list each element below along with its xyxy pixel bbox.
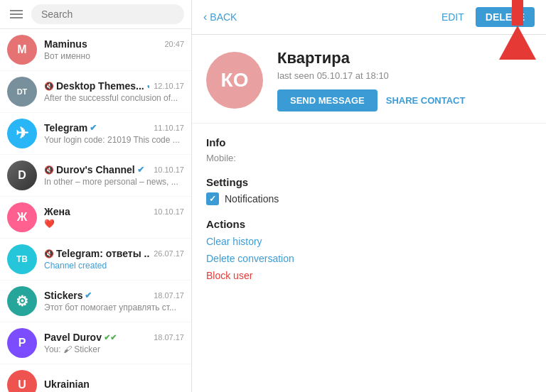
info-section-title: Info — [206, 136, 532, 148]
list-item[interactable]: ТВ 🔇 Telegram: ответы ... 26.07.17 Chann… — [0, 239, 191, 281]
verified-icon: ✔ — [137, 165, 144, 175]
avatar: U — [7, 370, 37, 392]
contact-details: Info Mobile: Settings ✓ Notifications Ac… — [192, 124, 546, 392]
top-bar — [0, 0, 191, 29]
verified-icon: ✔ — [85, 290, 92, 300]
chat-preview: Your login code: 21019 This code ... — [44, 135, 184, 145]
verified-icon: ✔ — [90, 123, 97, 133]
back-label: BACK — [210, 11, 237, 23]
chat-preview: Вот именно — [44, 51, 184, 61]
chat-preview: In other – more personal – news, ... — [44, 177, 184, 187]
chat-name: 🔇 Telegram: ответы ... — [44, 248, 149, 259]
header-actions: EDIT DELETE — [441, 7, 535, 27]
right-header: ‹ BACK EDIT DELETE — [192, 0, 546, 35]
chat-time: 26.07.17 — [154, 249, 184, 258]
chat-time: 12.10.17 — [154, 82, 184, 90]
chat-content: Stickers ✔ 18.07.17 Этот бот помогает уп… — [44, 290, 184, 312]
avatar: D — [7, 160, 37, 190]
chat-preview: You: 🖌 Sticker — [44, 344, 184, 354]
chat-time: 18.07.17 — [154, 333, 184, 342]
contact-status: last seen 05.10.17 at 18:10 — [277, 70, 532, 81]
actions-section-title: Actions — [206, 218, 532, 230]
hamburger-menu[interactable] — [7, 7, 26, 21]
avatar: ✈ — [7, 119, 37, 148]
settings-section-title: Settings — [206, 176, 532, 188]
contact-avatar: КО — [206, 52, 263, 109]
mobile-label: Mobile: — [206, 153, 236, 163]
share-contact-button[interactable]: SHARE CONTACT — [386, 89, 466, 111]
chat-time: 11.10.17 — [154, 124, 184, 132]
check-icon: ✓ — [209, 194, 216, 204]
list-item[interactable]: Ж Жена 10.10.17 ❤️ — [0, 197, 191, 239]
chat-content: Ukrainian — [44, 379, 184, 391]
chat-name: Ukrainian — [44, 379, 90, 390]
back-arrow-icon: ‹ — [203, 11, 207, 23]
chat-list: M Maminus 20:47 Вот именно DT 🔇 Desktop … — [0, 29, 191, 392]
list-item[interactable]: ✈ Telegram ✔ 11.10.17 Your login code: 2… — [0, 113, 191, 155]
chat-name: Pavel Durov ✔✔ — [44, 332, 117, 343]
muted-icon: 🔇 — [44, 82, 54, 91]
actions-section: Actions Clear history Delete conversatio… — [206, 218, 532, 281]
back-button[interactable]: ‹ BACK — [203, 11, 237, 23]
avatar: P — [7, 328, 37, 358]
chat-time: 18.07.17 — [154, 291, 184, 300]
chat-preview: Channel created — [44, 261, 184, 271]
contact-actions: SEND MESSAGE SHARE CONTACT — [277, 89, 532, 111]
chat-preview: ❤️ — [44, 219, 184, 229]
right-panel-wrapper: ‹ BACK EDIT DELETE КО Квартира last seen… — [192, 0, 546, 392]
contact-info: Квартира last seen 05.10.17 at 18:10 SEN… — [277, 49, 532, 111]
notifications-row: ✓ Notifications — [206, 192, 532, 205]
edit-button[interactable]: EDIT — [441, 11, 464, 23]
list-item[interactable]: P Pavel Durov ✔✔ 18.07.17 You: 🖌 Sticker — [0, 322, 191, 364]
chat-name: 🔇 Desktop Themes... ✔ — [44, 80, 149, 92]
chat-time: 20:47 — [164, 40, 184, 48]
chat-content: Pavel Durov ✔✔ 18.07.17 You: 🖌 Sticker — [44, 332, 184, 354]
chat-content: Maminus 20:47 Вот именно — [44, 38, 184, 61]
chat-name: 🔇 Durov's Channel ✔ — [44, 164, 144, 175]
settings-section: Settings ✓ Notifications — [206, 176, 532, 205]
search-input[interactable] — [31, 4, 184, 24]
avatar: DT — [7, 77, 37, 107]
list-item[interactable]: ⚙ Stickers ✔ 18.07.17 Этот бот помогает … — [0, 281, 191, 322]
chat-content: Жена 10.10.17 ❤️ — [44, 206, 184, 229]
block-user-link[interactable]: Block user — [206, 270, 532, 281]
clear-history-link[interactable]: Clear history — [206, 236, 532, 247]
chat-content: 🔇 Telegram: ответы ... 26.07.17 Channel … — [44, 248, 184, 271]
chat-preview: Этот бот помогает управлять ст... — [44, 303, 184, 312]
avatar: M — [7, 35, 37, 65]
chat-name: Stickers ✔ — [44, 290, 92, 301]
double-check-icon: ✔✔ — [104, 333, 117, 342]
muted-icon: 🔇 — [44, 249, 54, 258]
chat-preview: After the successful conclusion of... — [44, 93, 184, 103]
mobile-row: Mobile: — [206, 153, 532, 163]
notifications-checkbox[interactable]: ✓ — [206, 192, 219, 205]
chat-content: Telegram ✔ 11.10.17 Your login code: 210… — [44, 122, 184, 145]
chat-name: Жена — [44, 206, 70, 217]
chat-name: Maminus — [44, 38, 87, 50]
verified-icon: ✔ — [146, 81, 149, 91]
list-item[interactable]: DT 🔇 Desktop Themes... ✔ 12.10.17 After … — [0, 71, 191, 113]
info-section: Info Mobile: — [206, 136, 532, 163]
left-panel: M Maminus 20:47 Вот именно DT 🔇 Desktop … — [0, 0, 192, 392]
send-message-button[interactable]: SEND MESSAGE — [277, 89, 378, 111]
delete-conversation-link[interactable]: Delete conversation — [206, 253, 532, 264]
chat-time: 10.10.17 — [154, 165, 184, 174]
avatar: Ж — [7, 202, 37, 232]
chat-content: 🔇 Durov's Channel ✔ 10.10.17 In other – … — [44, 164, 184, 187]
avatar: ⚙ — [7, 286, 37, 316]
chat-content: 🔇 Desktop Themes... ✔ 12.10.17 After the… — [44, 80, 184, 103]
contact-name: Квартира — [277, 49, 532, 67]
chat-time: 10.10.17 — [154, 207, 184, 216]
list-item[interactable]: D 🔇 Durov's Channel ✔ 10.10.17 In other … — [0, 155, 191, 197]
avatar: ТВ — [7, 244, 37, 274]
contact-profile: КО Квартира last seen 05.10.17 at 18:10 … — [192, 35, 546, 124]
right-panel: ‹ BACK EDIT DELETE КО Квартира last seen… — [192, 0, 546, 392]
notifications-label: Notifications — [225, 193, 279, 205]
muted-icon: 🔇 — [44, 165, 54, 175]
list-item[interactable]: M Maminus 20:47 Вот именно — [0, 29, 191, 71]
delete-button[interactable]: DELETE — [476, 7, 535, 27]
chat-name: Telegram ✔ — [44, 122, 97, 134]
list-item[interactable]: U Ukrainian — [0, 364, 191, 392]
